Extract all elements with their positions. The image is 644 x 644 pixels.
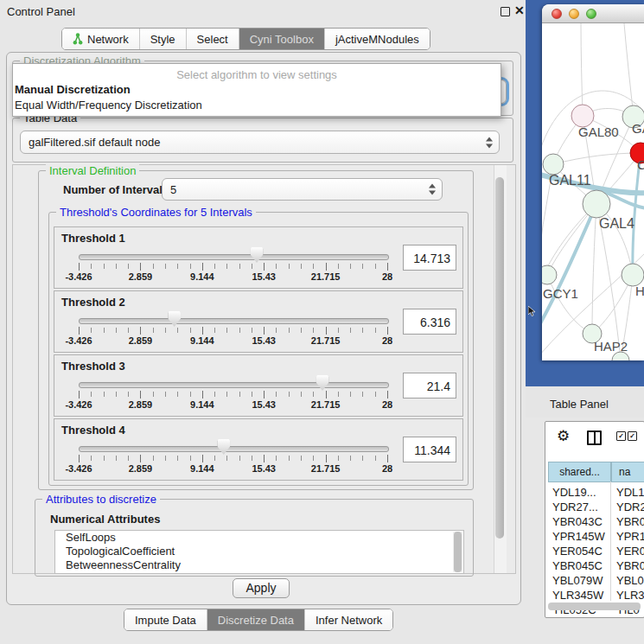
checkbox-icon[interactable]: ✓ [616,431,626,441]
slider-minor-ticks [79,328,388,333]
tick-label: 28 [382,463,392,474]
tab-network[interactable]: Network [62,29,139,49]
tab-impute-data[interactable]: Impute Data [124,609,207,630]
split-columns-icon[interactable] [587,430,602,445]
table-row[interactable]: YER054CYER0 [545,544,644,558]
slider-minor-ticks [79,392,388,397]
group-title: Attributes to discretize [42,493,160,506]
threshold-value-field[interactable]: 11.344 [403,437,456,462]
slider-track[interactable] [79,254,389,260]
threshold-slider: -3.426 2.859 9.144 15.43 21.715 28 [79,227,387,288]
table-horizontal-scrollbar[interactable] [548,603,641,610]
table-panel-title: Table Panel [550,398,609,411]
tick-label: -3.426 [65,271,92,282]
node-gal11[interactable] [543,154,564,175]
tab-label: Network [87,33,129,46]
table-row[interactable]: YBL079WYBL0 [545,573,644,588]
threshold-value-field[interactable]: 21.4 [403,373,456,399]
minimize-traffic-light-icon[interactable] [569,9,579,19]
network-window: GAL80 GA C GAL11 GAL4 GCY1 H HAP2 [542,4,644,360]
tick-label: 9.144 [190,335,214,346]
node-label-gal4: GAL4 [599,216,634,231]
tick-label: 15.43 [252,463,276,474]
tab-jactivemnodules[interactable]: jActiveMNodules [324,29,430,49]
tab-style[interactable]: Style [139,29,186,49]
tick-label: 15.43 [252,335,276,346]
control-panel-titlebar: Control Panel [0,0,526,22]
tick-label: 21.715 [311,335,341,346]
tab-label: Cyni Toolbox [250,33,314,46]
node-gcy1[interactable] [542,265,557,284]
slider-minor-ticks [79,264,388,269]
slider-track[interactable] [79,318,389,324]
tab-select[interactable]: Select [186,29,239,49]
slider-track[interactable] [79,446,389,452]
tab-infer-network[interactable]: Infer Network [304,609,392,630]
threshold-3-panel: Threshold 3 -3.426 2.859 9.144 15.43 21.… [54,354,463,417]
column-header-name[interactable]: na [611,462,644,482]
table-row[interactable]: YDR27...YDR2 [545,500,644,514]
tab-cyni-toolbox[interactable]: Cyni Toolbox [239,29,324,49]
slider-thumb[interactable] [316,375,329,391]
network-window-titlebar [542,4,644,23]
popup-option-equal-width-frequency[interactable]: Equal Width/Frequency Discretization [15,99,202,112]
column-header-shared-name[interactable]: shared... [548,462,611,482]
threshold-slider: -3.426 2.859 9.144 15.43 21.715 28 [79,419,387,480]
node-gal4[interactable] [583,190,610,218]
node-label-gal11: GAL11 [549,173,591,188]
threshold-4-panel: Threshold 4 -3.426 2.859 9.144 15.43 21.… [54,418,463,481]
column-divider [610,481,611,601]
checkbox-icon[interactable]: ✓ [628,431,637,441]
table-panel-header: Table Panel [526,386,644,418]
numerical-attributes-list: SelfLoops TopologicalCoefficient Between… [54,530,464,574]
slider-thumb[interactable] [168,311,181,327]
tick-label: 21.715 [311,399,341,410]
tick-label: 21.715 [311,463,341,474]
table-row[interactable]: YPR145WYPR1 [545,529,644,544]
gear-icon[interactable]: ⚙ [557,427,570,444]
table-data-combobox[interactable]: galFiltered.sif default node [20,131,500,154]
table-row[interactable]: YLR345WYLR3 [545,588,644,603]
threshold-slider: -3.426 2.859 9.144 15.43 21.715 28 [79,355,387,416]
list-item[interactable]: BetweennessCentrality [55,558,463,572]
tick-label: 2.859 [129,271,153,282]
list-item[interactable]: TopologicalCoefficient [55,545,463,558]
group-title: Interval Definition [46,164,139,177]
node-label-partial: H [635,284,644,298]
table-row[interactable]: YBR045CYBR0 [545,558,644,573]
screen: Control Panel ✕ Network Style Select Cyn… [0,0,644,644]
top-tabbar: Network Style Select Cyni Toolbox jActiv… [61,28,430,50]
popup-prompt: Select algorithm to view settings [13,68,501,81]
bottom-tabbar: Impute Data Discretize Data Infer Networ… [124,609,393,631]
list-item[interactable]: SelfLoops [55,531,463,545]
list-scrollbar-thumb[interactable] [454,532,462,572]
tick-label: 28 [382,399,392,410]
node-label-gcy1: GCY1 [543,286,578,301]
threshold-2-panel: Threshold 2 -3.426 2.859 9.144 15.43 21.… [54,290,463,353]
popup-option-manual-discretization[interactable]: Manual Discretization [15,83,131,96]
slider-track[interactable] [79,382,389,388]
apply-button[interactable]: Apply [233,578,290,598]
algorithm-dropdown-popup: Select algorithm to view settings Manual… [12,63,501,117]
table-row[interactable]: YBR043CYBR0 [545,514,644,529]
node-label-partial: GA [632,121,644,136]
close-icon[interactable]: ✕ [514,3,525,17]
float-window-icon[interactable] [501,7,510,16]
threshold-value-field[interactable]: 6.316 [403,309,456,335]
tab-label: Impute Data [135,614,196,627]
close-traffic-light-icon[interactable] [552,9,562,19]
threshold-slider: -3.426 2.859 9.144 15.43 21.715 28 [79,291,387,352]
slider-minor-ticks [79,456,388,461]
threshold-value-field[interactable]: 14.713 [403,245,456,271]
settings-scrollbar-thumb[interactable] [495,177,504,539]
list-scrollbar-track[interactable] [453,532,462,572]
table-row[interactable]: YDL19...YDL1 [545,485,644,500]
tick-label: -3.426 [65,399,92,410]
numerical-attributes-label: Numerical Attributes [50,513,160,526]
zoom-traffic-light-icon[interactable] [586,9,596,19]
slider-thumb[interactable] [251,247,264,263]
tick-label: 2.859 [129,463,153,474]
slider-thumb[interactable] [217,439,230,455]
number-of-intervals-combobox[interactable]: 5 [162,178,443,201]
tab-discretize-data[interactable]: Discretize Data [207,609,304,630]
